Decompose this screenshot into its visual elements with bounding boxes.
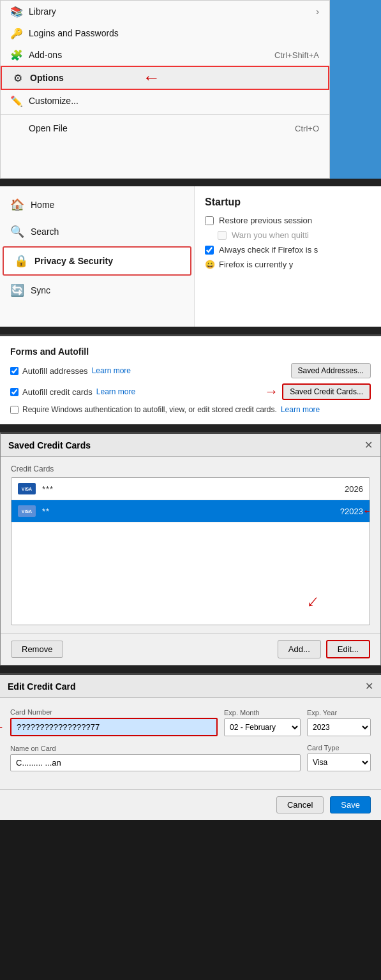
saved-addresses-button[interactable]: Saved Addresses... xyxy=(291,363,371,378)
autofill-addresses-checkbox[interactable] xyxy=(10,367,19,375)
edit-dialog-footer: Cancel Save xyxy=(0,789,381,820)
card-number-label: Card Number xyxy=(10,708,218,716)
home-icon: 🏠 xyxy=(10,198,24,212)
exp-year-group: Exp. Year 2023 2024 2025 xyxy=(307,709,371,736)
cc-info-2: ** ?2023 xyxy=(42,507,363,516)
menu-item-addons[interactable]: 🧩 Add-ons Ctrl+Shift+A xyxy=(1,44,329,66)
logins-icon: 🔑 xyxy=(11,27,22,39)
exp-month-select[interactable]: 01 - January 02 - February 03 - March xyxy=(224,718,301,736)
sidebar-item-sync[interactable]: 🔄 Sync xyxy=(0,277,194,304)
menu-item-options[interactable]: ⚙ Options ← xyxy=(1,66,329,90)
remove-button[interactable]: Remove xyxy=(11,641,63,658)
autofill-addresses-link[interactable]: Learn more xyxy=(92,366,131,375)
startup-heading: Startup xyxy=(205,197,371,208)
menu-item-library-label: Library xyxy=(29,6,56,17)
dialog-footer: Remove Add... Edit... xyxy=(1,633,380,665)
edit-credit-card-dialog: Edit Credit Card ✕ Card Number ← Exp. Mo… xyxy=(0,673,381,820)
addons-icon: 🧩 xyxy=(11,49,22,61)
menu-item-openfile[interactable]: Open File Ctrl+O xyxy=(1,117,329,139)
saved-credit-cards-button[interactable]: Saved Credit Cards... xyxy=(282,383,371,400)
menu-divider xyxy=(1,114,329,115)
sidebar-item-privacy[interactable]: 🔒 Privacy & Security xyxy=(3,246,191,276)
card-number-input-wrapper: ← xyxy=(10,718,218,736)
name-on-card-label: Name on Card xyxy=(10,745,301,752)
exp-year-label: Exp. Year xyxy=(307,709,371,716)
restore-session-checkbox[interactable] xyxy=(205,216,214,225)
browser-chrome-right xyxy=(330,0,381,179)
autofill-credit-cards-link[interactable]: Learn more xyxy=(96,387,135,396)
firefox-menu: 📚 Library › 🔑 Logins and Passwords 🧩 Add… xyxy=(0,0,330,179)
separator-2 xyxy=(0,327,381,334)
sidebar-item-privacy-label: Privacy & Security xyxy=(34,256,113,266)
edit-button[interactable]: Edit... xyxy=(326,640,370,658)
card-number-input[interactable] xyxy=(10,718,218,736)
menu-item-library[interactable]: 📚 Library › xyxy=(1,1,329,22)
card-type-select[interactable]: Visa Mastercard AmEx xyxy=(307,754,371,771)
separator-4 xyxy=(0,665,381,673)
customize-icon: ✏️ xyxy=(11,95,22,107)
cc-group-label: Credit Cards xyxy=(11,464,370,473)
saved-credit-cards-dialog: Saved Credit Cards ✕ Credit Cards VISA *… xyxy=(0,432,381,665)
cancel-button[interactable]: Cancel xyxy=(276,796,324,813)
addons-shortcut: Ctrl+Shift+A xyxy=(274,50,319,60)
autofill-credit-cards-row: Autofill credit cards Learn more → Saved… xyxy=(10,383,371,400)
openfile-shortcut: Ctrl+O xyxy=(295,124,319,133)
cc-item-2[interactable]: VISA ** ?2023 ← xyxy=(11,500,370,523)
dialog-close-button[interactable]: ✕ xyxy=(364,439,373,451)
card-type-label: Card Type xyxy=(307,744,371,752)
windows-auth-checkbox[interactable] xyxy=(10,406,19,414)
sync-icon: 🔄 xyxy=(10,283,24,297)
edit-dialog-body: Card Number ← Exp. Month 01 - January 02… xyxy=(0,698,381,789)
always-check-row: Always check if Firefox is s xyxy=(205,245,371,255)
edit-dialog-title: Edit Credit Card xyxy=(8,681,76,692)
sidebar-item-home-label: Home xyxy=(31,200,54,210)
menu-item-customize-label: Customize... xyxy=(29,96,78,106)
options-icon: ⚙ xyxy=(12,72,24,84)
sidebar-item-home[interactable]: 🏠 Home xyxy=(0,191,194,218)
windows-auth-link[interactable]: Learn more xyxy=(281,405,320,414)
separator-3 xyxy=(0,424,381,432)
cc-list-arrow: ↓ xyxy=(303,590,324,612)
edit-dialog-close-button[interactable]: ✕ xyxy=(365,680,373,692)
dialog-title: Saved Credit Cards xyxy=(8,440,91,450)
privacy-icon: 🔒 xyxy=(14,254,28,268)
menu-item-addons-label: Add-ons xyxy=(29,50,62,60)
menu-item-logins-label: Logins and Passwords xyxy=(29,28,119,38)
autofill-credit-cards-label: Autofill credit cards xyxy=(22,387,93,397)
warn-quitting-checkbox[interactable] xyxy=(218,231,227,240)
autofill-credit-cards-checkbox[interactable] xyxy=(10,388,19,396)
edit-card-row-2: Name on Card Card Type Visa Mastercard A… xyxy=(10,744,371,771)
add-button[interactable]: Add... xyxy=(278,640,321,658)
cc-item-1[interactable]: VISA *** 2026 xyxy=(11,478,370,500)
cc-info-1: *** 2026 xyxy=(42,484,363,494)
menu-item-options-label: Options xyxy=(30,73,64,83)
autofill-addresses-row: Autofill addresses Learn more Saved Addr… xyxy=(10,363,371,378)
menu-item-logins[interactable]: 🔑 Logins and Passwords xyxy=(1,22,329,44)
dialog-titlebar: Saved Credit Cards ✕ xyxy=(1,434,380,457)
arrow-icon: › xyxy=(316,6,319,17)
sidebar-item-sync-label: Sync xyxy=(31,285,50,295)
cc-item-2-arrow: ← xyxy=(362,503,370,519)
forms-autofill-title: Forms and Autofill xyxy=(10,346,371,357)
edit-card-row-1: Card Number ← Exp. Month 01 - January 02… xyxy=(10,708,371,736)
save-button[interactable]: Save xyxy=(330,796,371,813)
exp-month-label: Exp. Month xyxy=(224,709,301,716)
sidebar-item-search[interactable]: 🔍 Search xyxy=(0,218,194,245)
options-red-arrow: ← xyxy=(142,68,160,88)
menu-item-customize[interactable]: ✏️ Customize... xyxy=(1,90,329,112)
dialog-footer-right: Add... Edit... xyxy=(278,640,370,658)
name-on-card-input[interactable] xyxy=(10,754,301,771)
restore-session-label: Restore previous session xyxy=(219,216,312,225)
cc-expiry-1: 2026 xyxy=(345,484,363,494)
forms-autofill-section: Forms and Autofill Autofill addresses Le… xyxy=(0,334,381,424)
always-check-checkbox[interactable] xyxy=(205,246,214,255)
cc-number-2: ** xyxy=(42,507,50,516)
exp-year-select[interactable]: 2023 2024 2025 xyxy=(307,718,371,736)
firefox-status-row: 😀 Firefox is currently y xyxy=(205,260,371,269)
cc-card-icon-1: VISA xyxy=(18,483,36,494)
always-check-label: Always check if Firefox is s xyxy=(219,245,318,255)
search-icon: 🔍 xyxy=(10,225,24,239)
dialog-footer-left: Remove xyxy=(11,641,63,658)
prefs-content: Startup Restore previous session Warn yo… xyxy=(195,186,381,327)
prefs-sidebar: 🏠 Home 🔍 Search 🔒 Privacy & Security 🔄 S… xyxy=(0,186,195,327)
